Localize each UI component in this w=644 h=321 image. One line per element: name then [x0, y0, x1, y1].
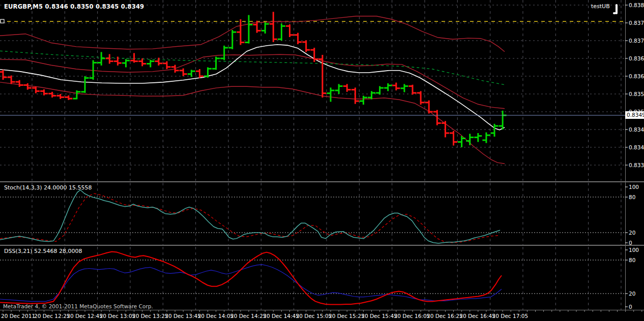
copyright-watermark: MetaTrader 4, © 2001-2011 MetaQuotes Sof…	[3, 303, 153, 309]
time-axis-separator	[0, 310, 644, 310]
indicator-tag: testUB	[591, 4, 610, 10]
time-axis-label: 20 Dec 15:05	[296, 313, 332, 319]
time-axis-label: 20 Dec 16:05	[394, 313, 430, 319]
time-axis-label: 20 Dec 12:45	[67, 313, 103, 319]
time-axis-label: 20 Dec 13:25	[132, 313, 168, 319]
indicator-panel	[0, 190, 625, 243]
time-axis-label: 20 Dec 14:45	[263, 313, 299, 319]
ohlc-bars-layer	[0, 12, 507, 147]
dss-axis-label: 100	[629, 247, 639, 253]
indicator-panel	[0, 252, 625, 305]
panel-resize-separator[interactable]	[0, 245, 644, 246]
time-axis-label: 20 Dec 14:05	[198, 313, 234, 319]
stoch-axis-label: 80	[629, 194, 635, 200]
dss-axis-label: 0	[629, 304, 632, 310]
dss-axis-label: 20	[629, 291, 635, 297]
stoch-axis-label: 0	[629, 240, 632, 246]
time-axis-label: 20 Dec 13:45	[165, 313, 201, 319]
price-axis-label: 0.8375	[629, 20, 644, 26]
price-axis-label: 0.8345	[629, 126, 644, 133]
chart-symbol-title: EURGBP,M5 0.8346 0.8350 0.8345 0.8349	[4, 4, 144, 10]
price-axis-label: 0.8340	[629, 144, 644, 150]
price-axis-label: 0.8370	[629, 38, 644, 44]
time-axis-label: 20 Dec 15:25	[329, 313, 365, 319]
stoch-indicator-label: Stoch(14,3,3) 24.0000 15.5558	[4, 185, 92, 191]
mt4-chart-window: EURGBP,M5 0.8346 0.8350 0.8345 0.8349 te…	[0, 0, 644, 321]
price-axis-label: 0.8355	[629, 91, 644, 97]
time-axis-label: 20 Dec 12:25	[34, 313, 70, 319]
price-axis-label: 0.8360	[629, 73, 644, 79]
grid-layer	[0, 0, 625, 310]
time-axis-label: 20 Dec 15:45	[361, 313, 397, 319]
chart-shift-marker	[613, 4, 618, 14]
chart-canvas[interactable]	[0, 0, 644, 321]
time-axis-label: 20 Dec 13:05	[100, 313, 136, 319]
panel-resize-separator[interactable]	[0, 181, 644, 182]
price-axis-label: 0.8380	[629, 2, 644, 8]
current-price-badge: 0.8349	[625, 111, 644, 119]
price-axis-label: 0.8335	[629, 162, 644, 168]
axis-frame	[3, 0, 642, 312]
dss-axis-label: 80	[629, 257, 635, 263]
time-axis-label: 20 Dec 2011	[1, 313, 35, 319]
price-axis-label: 0.8365	[629, 55, 644, 61]
dss-indicator-label: DSS(3,21) 52.5468 28,0008	[4, 248, 82, 254]
stoch-axis-label: 20	[629, 230, 635, 236]
time-axis-label: 20 Dec 16:45	[459, 313, 495, 319]
time-axis-label: 20 Dec 17:05	[492, 313, 529, 319]
drawing-anchor-square[interactable]	[1, 19, 4, 23]
time-axis-label: 20 Dec 16:25	[427, 313, 463, 319]
main-price-panel	[0, 12, 644, 164]
time-axis-label: 20 Dec 14:25	[230, 313, 267, 319]
stoch-axis-label: 100	[629, 184, 639, 190]
